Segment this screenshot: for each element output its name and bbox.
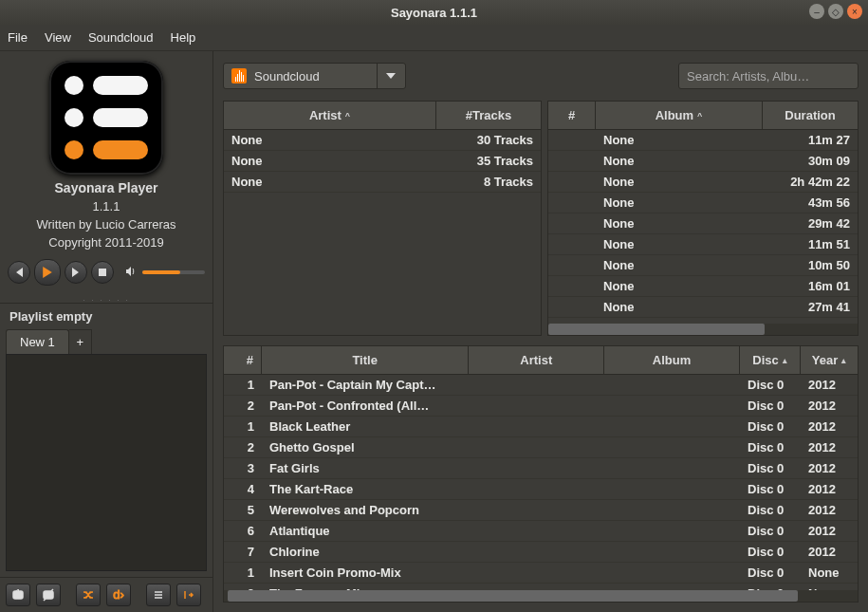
search-input[interactable] bbox=[678, 63, 859, 89]
splitter-handle[interactable]: · · · · · · bbox=[0, 295, 212, 303]
track-hscrollbar[interactable] bbox=[224, 590, 858, 602]
col-artist[interactable]: Artist^ bbox=[224, 102, 436, 129]
table-row[interactable]: 5Werewolves and PopcornDisc 02012 bbox=[224, 500, 858, 521]
soundcloud-icon bbox=[231, 68, 247, 83]
playlist-label: Playlist empty bbox=[0, 303, 212, 329]
col-title[interactable]: Title bbox=[262, 346, 469, 374]
table-row[interactable]: None29m 42 bbox=[548, 213, 858, 234]
sort-asc-icon: ^ bbox=[697, 111, 702, 121]
table-row[interactable]: 7ChlorineDisc 02012 bbox=[224, 542, 858, 563]
col-album[interactable]: Album^ bbox=[596, 102, 763, 129]
svg-rect-3 bbox=[44, 591, 53, 599]
col-year[interactable]: Year ▴ bbox=[801, 346, 858, 374]
dynamic-button[interactable]: d› bbox=[106, 584, 131, 606]
sort-asc-icon: ▴ bbox=[783, 356, 787, 365]
table-row[interactable]: None30 Tracks bbox=[224, 130, 541, 151]
table-row[interactable]: 1Black LeatherDisc 02012 bbox=[224, 417, 858, 437]
table-row[interactable]: None16m 01 bbox=[548, 276, 858, 297]
app-author: Written by Lucio Carreras bbox=[8, 217, 205, 232]
table-row[interactable]: 2Pan-Pot - Confronted (All…Disc 02012 bbox=[224, 396, 858, 417]
table-row[interactable]: 2The Furnace MixDisc 0None bbox=[224, 584, 858, 590]
table-row[interactable]: None35 Tracks bbox=[224, 151, 541, 172]
svg-text:1: 1 bbox=[14, 588, 21, 601]
table-row[interactable]: 4The Kart-RaceDisc 02012 bbox=[224, 479, 858, 500]
table-row[interactable]: None11m 51 bbox=[548, 234, 858, 255]
gapless-button[interactable] bbox=[176, 584, 201, 606]
window-maximize-button[interactable]: ◇ bbox=[828, 4, 843, 19]
source-combo-label: Soundcloud bbox=[254, 69, 320, 83]
app-copyright: Copyright 2011-2019 bbox=[8, 235, 205, 250]
list-mode-button[interactable] bbox=[146, 584, 171, 606]
volume-icon[interactable] bbox=[125, 266, 137, 280]
repeat-all-button[interactable] bbox=[36, 584, 61, 606]
app-name: Sayonara Player bbox=[8, 180, 205, 195]
album-table: # Album^ Duration None11m 27None30m 09No… bbox=[547, 101, 859, 336]
table-row[interactable]: 1Insert Coin Promo-MixDisc 0None bbox=[224, 563, 858, 584]
track-table: # Title Artist Album Disc ▴ Year ▴ 1Pan-… bbox=[223, 345, 859, 603]
svg-text:d›: d› bbox=[113, 588, 124, 602]
play-button[interactable] bbox=[34, 259, 61, 286]
playlist-add-tab[interactable]: + bbox=[69, 329, 92, 354]
prev-button[interactable] bbox=[8, 261, 30, 284]
source-combo[interactable]: Soundcloud bbox=[223, 63, 406, 89]
menu-file[interactable]: File bbox=[8, 30, 28, 45]
col-track-num[interactable]: # bbox=[224, 346, 262, 374]
col-duration[interactable]: Duration bbox=[763, 102, 858, 129]
col-disc[interactable]: Disc ▴ bbox=[740, 346, 801, 374]
col-track-count[interactable]: #Tracks bbox=[436, 102, 541, 129]
album-hscrollbar[interactable] bbox=[548, 324, 858, 335]
transport-controls bbox=[0, 253, 212, 295]
next-button[interactable] bbox=[65, 261, 87, 284]
about-panel: Sayonara Player 1.1.1 Written by Lucio C… bbox=[0, 51, 212, 253]
stop-button[interactable] bbox=[91, 261, 114, 284]
table-row[interactable]: None43m 56 bbox=[548, 193, 858, 213]
table-row[interactable]: 6AtlantiqueDisc 02012 bbox=[224, 521, 858, 542]
app-version: 1.1.1 bbox=[8, 199, 205, 213]
window-titlebar: Sayonara 1.1.1 – ◇ × bbox=[0, 0, 868, 25]
menu-soundcloud[interactable]: Soundcloud bbox=[88, 30, 154, 45]
window-title: Sayonara 1.1.1 bbox=[0, 6, 868, 20]
shuffle-button[interactable] bbox=[76, 584, 101, 606]
volume-slider[interactable] bbox=[142, 270, 205, 274]
app-logo bbox=[49, 61, 163, 175]
table-row[interactable]: None2h 42m 22 bbox=[548, 172, 858, 193]
sort-asc-icon: ▴ bbox=[841, 356, 846, 365]
table-row[interactable]: None27m 41 bbox=[548, 297, 858, 318]
playlist-tab[interactable]: New 1 bbox=[6, 329, 69, 354]
playlist-body[interactable] bbox=[6, 354, 207, 571]
menu-view[interactable]: View bbox=[45, 30, 71, 45]
table-row[interactable]: None10m 50 bbox=[548, 255, 858, 276]
table-row[interactable]: None30m 09 bbox=[548, 151, 858, 172]
col-album-hash[interactable]: # bbox=[548, 102, 596, 129]
col-track-artist[interactable]: Artist bbox=[469, 346, 604, 374]
window-minimize-button[interactable]: – bbox=[809, 4, 824, 19]
table-row[interactable]: 1Pan-Pot - Captain My Capt…Disc 02012 bbox=[224, 375, 858, 396]
col-track-album[interactable]: Album bbox=[604, 346, 740, 374]
chevron-down-icon[interactable] bbox=[377, 64, 405, 88]
window-close-button[interactable]: × bbox=[847, 4, 862, 19]
playlist-toolbar: 1 d› bbox=[0, 577, 212, 612]
menubar: File View Soundcloud Help bbox=[0, 25, 868, 51]
menu-help[interactable]: Help bbox=[171, 30, 196, 45]
sort-asc-icon: ^ bbox=[345, 111, 350, 121]
artist-table: Artist^ #Tracks None30 TracksNone35 Trac… bbox=[223, 101, 542, 336]
table-row[interactable]: None11m 27 bbox=[548, 130, 858, 151]
table-row[interactable]: None8 Tracks bbox=[224, 172, 541, 193]
svg-rect-0 bbox=[99, 269, 106, 276]
table-row[interactable]: 3Fat GirlsDisc 02012 bbox=[224, 458, 858, 479]
table-row[interactable]: 2Ghetto GospelDisc 02012 bbox=[224, 437, 858, 458]
repeat-one-button[interactable]: 1 bbox=[6, 584, 30, 606]
